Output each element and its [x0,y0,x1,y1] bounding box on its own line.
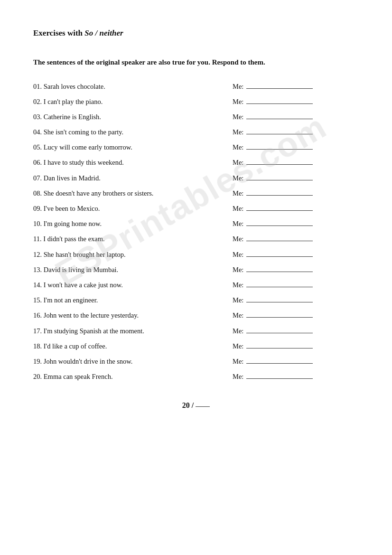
exercise-item: 13. David is living in Mumbai.Me: [33,264,359,275]
response-line[interactable] [246,210,313,211]
response-line[interactable] [246,149,313,150]
exercise-sentence: 19. John wouldn't drive in the snow. [33,356,233,367]
exercise-response: Me: [233,81,359,92]
exercise-response: Me: [233,157,359,168]
response-label: Me: [233,326,243,337]
response-label: Me: [233,203,243,214]
response-label: Me: [233,264,243,275]
response-line[interactable] [246,272,313,272]
response-line[interactable] [246,317,313,318]
score-slash: / [192,401,194,409]
response-line[interactable] [246,134,313,134]
exercise-sentence: 06. I have to study this weekend. [33,157,233,168]
response-label: Me: [233,127,243,138]
exercise-response: Me: [233,203,359,214]
response-line[interactable] [246,241,313,241]
exercise-response: Me: [233,188,359,199]
score-section: 20 / [33,401,359,410]
exercise-list: 01. Sarah loves chocolate.Me:02. I can't… [33,81,359,383]
response-label: Me: [233,356,243,367]
exercise-response: Me: [233,280,359,291]
exercise-sentence: 01. Sarah loves chocolate. [33,81,233,92]
exercise-item: 18. I'd like a cup of coffee.Me: [33,341,359,352]
response-line[interactable] [246,333,313,333]
response-line[interactable] [246,256,313,257]
exercise-sentence: 14. I won't have a cake just now. [33,280,233,291]
title-prefix: Exercises with [33,28,84,38]
exercise-response: Me: [233,249,359,260]
response-label: Me: [233,188,243,199]
exercise-sentence: 09. I've been to Mexico. [33,203,233,214]
exercise-response: Me: [233,326,359,337]
response-line[interactable] [246,88,313,89]
exercise-item: 14. I won't have a cake just now.Me: [33,280,359,291]
exercise-response: Me: [233,127,359,138]
exercise-sentence: 11. I didn't pass the exam. [33,234,233,245]
exercise-item: 12. She hasn't brought her laptop.Me: [33,249,359,260]
exercise-item: 09. I've been to Mexico.Me: [33,203,359,214]
score-blank-line [196,406,210,407]
response-label: Me: [233,295,243,306]
exercise-response: Me: [233,371,359,382]
exercise-sentence: 17. I'm studying Spanish at the moment. [33,326,233,337]
exercise-response: Me: [233,341,359,352]
exercise-item: 15. I'm not an engineer.Me: [33,295,359,306]
response-label: Me: [233,142,243,153]
exercise-sentence: 20. Emma can speak French. [33,371,233,382]
response-line[interactable] [246,378,313,379]
response-label: Me: [233,249,243,260]
response-label: Me: [233,341,243,352]
response-line[interactable] [246,348,313,348]
response-line[interactable] [246,119,313,119]
exercise-sentence: 04. She isn't coming to the party. [33,127,233,138]
exercise-response: Me: [233,96,359,107]
response-label: Me: [233,310,243,321]
exercise-response: Me: [233,142,359,153]
score-total: 20 [182,401,190,409]
exercise-item: 05. Lucy will come early tomorrow.Me: [33,142,359,153]
exercise-response: Me: [233,173,359,184]
exercise-response: Me: [233,234,359,245]
exercise-item: 07. Dan lives in Madrid.Me: [33,173,359,184]
exercise-item: 20. Emma can speak French.Me: [33,371,359,382]
exercise-response: Me: [233,264,359,275]
exercise-item: 16. John went to the lecture yesterday.M… [33,310,359,321]
response-line[interactable] [246,195,313,196]
exercise-response: Me: [233,356,359,367]
exercise-item: 10. I'm going home now.Me: [33,218,359,229]
exercise-sentence: 05. Lucy will come early tomorrow. [33,142,233,153]
exercise-response: Me: [233,112,359,122]
response-label: Me: [233,81,243,92]
exercise-item: 06. I have to study this weekend.Me: [33,157,359,168]
exercise-sentence: 12. She hasn't brought her laptop. [33,249,233,260]
exercise-sentence: 18. I'd like a cup of coffee. [33,341,233,352]
exercise-response: Me: [233,218,359,229]
response-line[interactable] [246,164,313,165]
exercise-sentence: 03. Catherine is English. [33,112,233,122]
exercise-response: Me: [233,310,359,321]
response-line[interactable] [246,180,313,180]
title-italic: So / neither [84,28,123,38]
response-label: Me: [233,218,243,229]
exercise-sentence: 07. Dan lives in Madrid. [33,173,233,184]
response-line[interactable] [246,226,313,226]
response-label: Me: [233,112,243,122]
response-label: Me: [233,280,243,291]
exercise-sentence: 02. I can't play the piano. [33,96,233,107]
response-line[interactable] [246,302,313,302]
exercise-sentence: 16. John went to the lecture yesterday. [33,310,233,321]
response-line[interactable] [246,363,313,364]
response-line[interactable] [246,287,313,287]
response-label: Me: [233,157,243,168]
exercise-response: Me: [233,295,359,306]
exercise-sentence: 13. David is living in Mumbai. [33,264,233,275]
page-title: Exercises with So / neither [33,28,359,38]
exercise-item: 08. She doesn't have any brothers or sis… [33,188,359,199]
exercise-item: 19. John wouldn't drive in the snow.Me: [33,356,359,367]
exercise-item: 04. She isn't coming to the party.Me: [33,127,359,138]
exercise-sentence: 10. I'm going home now. [33,218,233,229]
exercise-item: 02. I can't play the piano.Me: [33,96,359,107]
response-line[interactable] [246,103,313,104]
exercise-item: 17. I'm studying Spanish at the moment.M… [33,326,359,337]
response-label: Me: [233,234,243,245]
